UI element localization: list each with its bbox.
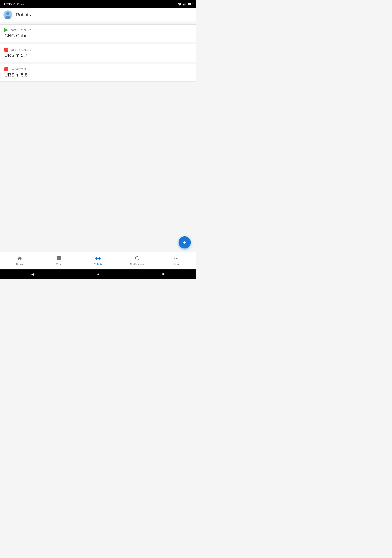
robots-icon [95, 256, 101, 262]
robot-file-3: part-F671N.urp [10, 68, 31, 71]
signal-icon [183, 2, 187, 5]
robot-card-header-1: part-F671N.urp [4, 28, 192, 32]
robot-name-3: URSim 5.8 [4, 72, 192, 78]
svg-rect-1 [183, 4, 184, 5]
home-icon [17, 256, 22, 262]
avatar [3, 10, 12, 19]
app-bar: Robots [0, 8, 196, 22]
robot-file-2: part-F671N.urp [10, 48, 31, 52]
robot-name-1: CNC Cobot [4, 33, 192, 39]
sd-icon: ▭ [21, 2, 24, 6]
nav-label-chat: Chat [56, 263, 61, 266]
svg-point-16 [176, 258, 177, 259]
status-indicator-stopped-2 [4, 67, 8, 71]
nav-item-chat[interactable]: Chat [39, 252, 78, 270]
robot-card-ursim-57[interactable]: part-F671N.urp URSim 5.7 [0, 44, 196, 62]
battery-icon [188, 2, 193, 5]
robot-card-header-2: part-F671N.urp [4, 48, 192, 52]
system-nav-bar: ◀ ● ■ [0, 270, 196, 279]
more-icon [174, 256, 179, 262]
nav-item-robots[interactable]: Robots [78, 252, 118, 270]
status-indicator-running [4, 28, 8, 32]
robot-file-1: part-F671N.urp [10, 28, 31, 32]
svg-rect-3 [185, 3, 185, 5]
status-bar-left: 11:36 A ⊙ ▭ [3, 2, 24, 6]
status-bar-right [178, 2, 193, 5]
content-area: part-F671N.urp CNC Cobot part-F671N.urp … [0, 22, 196, 252]
svg-rect-4 [186, 3, 186, 5]
nav-item-more[interactable]: More [157, 252, 196, 270]
nav-label-notifications: Notifications [130, 263, 144, 266]
status-indicator-stopped-1 [4, 48, 8, 52]
robot-card-ursim-58[interactable]: part-F671N.urp URSim 5.8 [0, 64, 196, 81]
svg-rect-7 [188, 3, 191, 5]
svg-point-14 [99, 258, 100, 259]
svg-rect-6 [192, 3, 192, 5]
nav-label-more: More [173, 263, 179, 266]
page-title: Robots [16, 12, 31, 18]
svg-rect-2 [184, 3, 184, 5]
nav-label-home: Home [16, 263, 23, 266]
svg-point-17 [178, 258, 178, 259]
nav-label-robots: Robots [94, 263, 102, 266]
add-robot-button[interactable]: + [179, 236, 191, 248]
back-button[interactable]: ◀ [31, 272, 34, 277]
svg-point-0 [179, 5, 180, 5]
robot-name-2: URSim 5.7 [4, 52, 192, 58]
home-button[interactable]: ● [97, 272, 100, 277]
bottom-nav: Home Chat Robots Notifi [0, 252, 196, 270]
wifi-icon [178, 2, 182, 5]
svg-point-15 [174, 258, 175, 259]
notification-icon-b: ⊙ [17, 2, 19, 6]
robot-card-cnc-cobot[interactable]: part-F671N.urp CNC Cobot [0, 24, 196, 42]
recent-button[interactable]: ■ [162, 272, 165, 277]
robot-card-header-3: part-F671N.urp [4, 67, 192, 71]
status-bar: 11:36 A ⊙ ▭ [0, 0, 196, 8]
nav-item-notifications[interactable]: Notifications [118, 252, 157, 270]
notification-icon-a: A [14, 2, 16, 6]
nav-item-home[interactable]: Home [0, 252, 39, 270]
status-time: 11:36 [3, 2, 12, 6]
chat-icon [56, 256, 61, 262]
svg-point-9 [6, 12, 9, 15]
notifications-icon [135, 256, 140, 262]
svg-point-13 [96, 258, 97, 259]
